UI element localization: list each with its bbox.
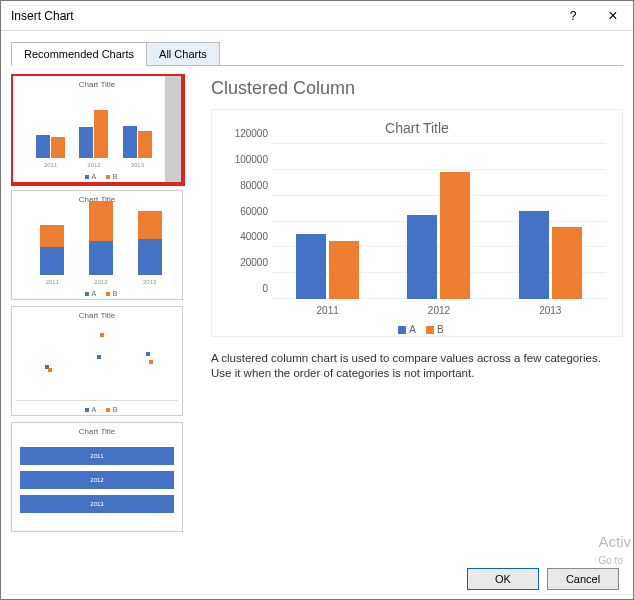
thumbnail-title: Chart Title (12, 311, 182, 320)
help-button[interactable]: ? (553, 1, 593, 31)
chart-plot-area: 020000400006000080000100000120000 (272, 144, 606, 299)
tab-all-charts[interactable]: All Charts (146, 42, 220, 66)
bar-B-2011 (329, 241, 359, 299)
y-tick-label: 120000 (228, 128, 268, 139)
chart-x-axis: 2011 2012 2013 (272, 299, 606, 316)
y-tick-label: 60000 (228, 205, 268, 216)
bar-A-2013 (519, 211, 549, 299)
ok-button[interactable]: OK (467, 568, 539, 590)
chart-preview-canvas[interactable]: Chart Title 0200004000060000800001000001… (211, 109, 623, 337)
tab-recommended-charts[interactable]: Recommended Charts (11, 42, 147, 66)
chart-title: Chart Title (228, 120, 606, 136)
thumbnail-clustered-column[interactable]: Chart Title 2011 2012 2013 A B (11, 74, 183, 184)
y-tick-label: 0 (228, 283, 268, 294)
thumbnail-title: Chart Title (13, 80, 181, 89)
y-tick-label: 40000 (228, 231, 268, 242)
thumbnail-stacked-column[interactable]: Chart Title 2011 2012 2013 A B (11, 190, 183, 300)
scrollbar-thumb[interactable] (165, 76, 181, 182)
cancel-button[interactable]: Cancel (547, 568, 619, 590)
chart-type-heading: Clustered Column (211, 78, 623, 99)
legend-swatch-a (398, 326, 406, 334)
thumbnail-plot (16, 321, 178, 401)
chart-preview-panel: Clustered Column Chart Title 02000040000… (191, 74, 623, 553)
thumbnail-plot: 2011 2012 2013 (16, 437, 178, 517)
bar-B-2012 (440, 172, 470, 299)
thumbnail-plot: 2011 2012 2013 (17, 90, 163, 168)
bar-B-2013 (552, 227, 582, 299)
chart-thumbnails-panel: Chart Title 2011 2012 2013 A B Chart Tit… (11, 74, 191, 553)
thumbnail-plot: 2011 2012 2013 (16, 205, 178, 285)
titlebar: Insert Chart ? × (1, 1, 633, 31)
dialog-content: Chart Title 2011 2012 2013 A B Chart Tit… (1, 66, 633, 561)
thumbnail-funnel[interactable]: Chart Title 2011 2012 2013 (11, 422, 183, 532)
thumbnail-legend: A B (12, 290, 182, 297)
close-button[interactable]: × (593, 1, 633, 31)
dialog-footer: OK Cancel (1, 559, 633, 599)
thumbnail-scatter[interactable]: Chart Title A B (11, 306, 183, 416)
window-title: Insert Chart (11, 9, 553, 23)
thumbnail-legend: A B (12, 406, 182, 413)
bar-A-2011 (296, 234, 326, 299)
legend-swatch-b (426, 326, 434, 334)
y-tick-label: 100000 (228, 153, 268, 164)
y-tick-label: 20000 (228, 257, 268, 268)
chart-legend: A B (228, 324, 606, 335)
y-tick-label: 80000 (228, 179, 268, 190)
chart-description: A clustered column chart is used to comp… (211, 351, 623, 381)
thumbnail-title: Chart Title (12, 427, 182, 436)
thumbnail-legend: A B (13, 173, 181, 180)
bar-A-2012 (407, 215, 437, 299)
tab-bar: Recommended Charts All Charts (11, 41, 623, 66)
